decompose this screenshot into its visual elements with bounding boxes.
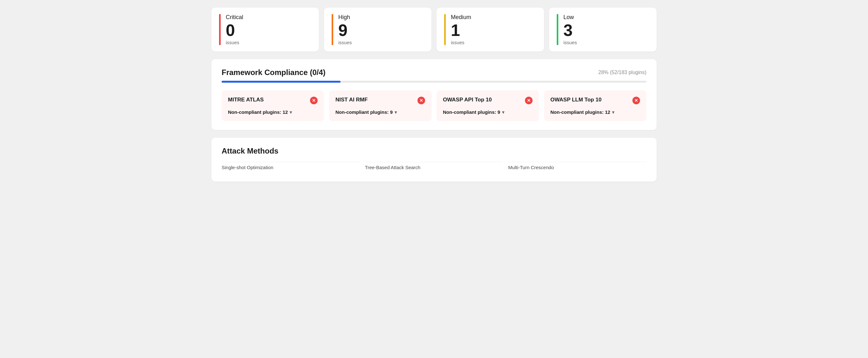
chevron-down-icon: ▾ xyxy=(290,110,292,115)
framework-compliance-title: Framework Compliance (0/4) xyxy=(222,68,326,77)
severity-card-low: Low 3 issues xyxy=(549,8,657,52)
framework-card-3: OWASP LLM Top 10 ✕ Non-compliant plugins… xyxy=(544,90,646,121)
main-container: Critical 0 issues High 9 issues Medium 1… xyxy=(211,8,657,182)
severity-cards-row: Critical 0 issues High 9 issues Medium 1… xyxy=(211,8,657,52)
framework-card-plugins[interactable]: Non-compliant plugins: 9 ▾ xyxy=(443,109,533,115)
plugins-label: Non-compliant plugins: 12 xyxy=(550,109,610,115)
framework-card-title: OWASP LLM Top 10 xyxy=(550,97,601,103)
severity-card-title: Low xyxy=(563,14,577,21)
severity-card-count: 3 xyxy=(563,22,577,38)
framework-card-0: MITRE ATLAS ✕ Non-compliant plugins: 12 … xyxy=(222,90,324,121)
progress-bar-fill xyxy=(222,81,341,83)
chevron-down-icon: ▾ xyxy=(612,110,614,115)
severity-card-count: 0 xyxy=(226,22,243,38)
attack-methods-grid: Single-shot OptimizationTree-Based Attac… xyxy=(222,162,646,173)
framework-card-1: NIST AI RMF ✕ Non-compliant plugins: 9 ▾ xyxy=(329,90,431,121)
framework-card-plugins[interactable]: Non-compliant plugins: 12 ▾ xyxy=(228,109,318,115)
severity-card-title: Medium xyxy=(451,14,471,21)
severity-card-count: 9 xyxy=(338,22,352,38)
severity-card-title: Critical xyxy=(226,14,243,21)
attack-methods-section: Attack Methods Single-shot OptimizationT… xyxy=(211,138,657,182)
chevron-down-icon: ▾ xyxy=(395,110,397,115)
severity-card-label: issues xyxy=(338,40,352,45)
plugins-label: Non-compliant plugins: 12 xyxy=(228,109,288,115)
framework-card-header: OWASP LLM Top 10 ✕ xyxy=(550,97,640,104)
severity-bar-medium xyxy=(444,14,446,45)
framework-card-title: NIST AI RMF xyxy=(335,97,368,103)
error-icon: ✕ xyxy=(417,97,425,104)
framework-compliance-meta: 28% (52/183 plugins) xyxy=(598,70,646,76)
error-icon: ✕ xyxy=(632,97,640,104)
attack-method-item-1: Tree-Based Attack Search xyxy=(365,162,503,173)
attack-method-item-0: Single-shot Optimization xyxy=(222,162,360,173)
severity-card-title: High xyxy=(338,14,352,21)
severity-card-content: High 9 issues xyxy=(338,14,352,45)
framework-card-plugins[interactable]: Non-compliant plugins: 12 ▾ xyxy=(550,109,640,115)
error-icon: ✕ xyxy=(525,97,533,104)
severity-card-content: Medium 1 issues xyxy=(451,14,471,45)
framework-card-header: OWASP API Top 10 ✕ xyxy=(443,97,533,104)
severity-card-count: 1 xyxy=(451,22,471,38)
severity-bar-high xyxy=(332,14,333,45)
framework-card-title: MITRE ATLAS xyxy=(228,97,264,103)
attack-methods-title: Attack Methods xyxy=(222,147,646,155)
severity-card-label: issues xyxy=(563,40,577,45)
framework-card-header: MITRE ATLAS ✕ xyxy=(228,97,318,104)
framework-card-title: OWASP API Top 10 xyxy=(443,97,492,103)
framework-cards-grid: MITRE ATLAS ✕ Non-compliant plugins: 12 … xyxy=(222,90,646,121)
severity-bar-critical xyxy=(219,14,221,45)
error-icon: ✕ xyxy=(310,97,318,104)
severity-card-content: Low 3 issues xyxy=(563,14,577,45)
framework-card-2: OWASP API Top 10 ✕ Non-compliant plugins… xyxy=(437,90,539,121)
severity-card-critical: Critical 0 issues xyxy=(211,8,319,52)
severity-card-medium: Medium 1 issues xyxy=(437,8,544,52)
framework-card-header: NIST AI RMF ✕ xyxy=(335,97,425,104)
framework-card-plugins[interactable]: Non-compliant plugins: 9 ▾ xyxy=(335,109,425,115)
severity-card-high: High 9 issues xyxy=(324,8,431,52)
framework-compliance-header: Framework Compliance (0/4) 28% (52/183 p… xyxy=(222,68,646,77)
severity-card-label: issues xyxy=(226,40,243,45)
progress-bar-track xyxy=(222,81,646,83)
plugins-label: Non-compliant plugins: 9 xyxy=(443,109,500,115)
framework-compliance-section: Framework Compliance (0/4) 28% (52/183 p… xyxy=(211,59,657,130)
chevron-down-icon: ▾ xyxy=(502,110,504,115)
severity-card-content: Critical 0 issues xyxy=(226,14,243,45)
attack-method-item-2: Multi-Turn Crescendo xyxy=(508,162,646,173)
severity-card-label: issues xyxy=(451,40,471,45)
severity-bar-low xyxy=(557,14,558,45)
plugins-label: Non-compliant plugins: 9 xyxy=(335,109,393,115)
